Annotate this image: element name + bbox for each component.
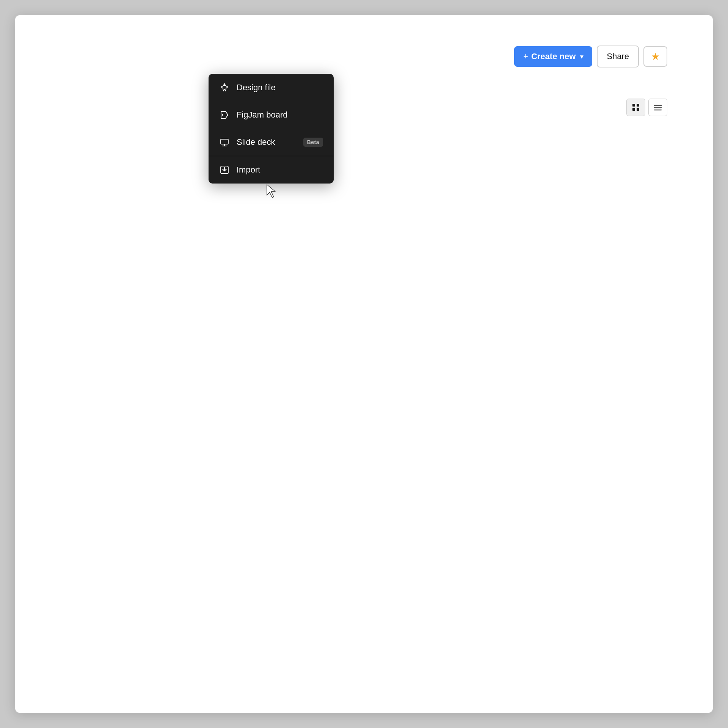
tag-icon bbox=[219, 110, 230, 120]
view-toggles bbox=[626, 99, 667, 116]
slide-deck-label: Slide deck bbox=[237, 137, 275, 147]
svg-point-9 bbox=[222, 114, 223, 116]
design-file-label: Design file bbox=[237, 83, 276, 93]
list-icon bbox=[653, 103, 662, 112]
dropdown-item-design-file[interactable]: Design file bbox=[209, 74, 334, 101]
mouse-cursor bbox=[265, 184, 278, 198]
grid-icon bbox=[631, 103, 640, 112]
figjam-board-label: FigJam board bbox=[237, 110, 288, 120]
svg-rect-0 bbox=[632, 104, 635, 107]
import-label: Import bbox=[237, 165, 260, 175]
grid-view-button[interactable] bbox=[626, 99, 645, 116]
list-view-button[interactable] bbox=[648, 99, 667, 116]
dropdown-item-import[interactable]: Import bbox=[209, 156, 334, 184]
import-icon bbox=[219, 165, 230, 175]
svg-rect-10 bbox=[221, 139, 228, 144]
dropdown-item-figjam-board[interactable]: FigJam board bbox=[209, 101, 334, 129]
svg-rect-3 bbox=[637, 108, 639, 111]
chevron-down-icon: ▾ bbox=[580, 53, 583, 60]
create-new-button[interactable]: + Create new ▾ bbox=[514, 46, 592, 67]
presentation-icon bbox=[219, 137, 230, 147]
svg-rect-2 bbox=[632, 108, 635, 111]
create-new-dropdown: Design file FigJam board S bbox=[209, 74, 334, 184]
beta-badge: Beta bbox=[303, 138, 323, 147]
dropdown-item-slide-deck[interactable]: Slide deck Beta bbox=[209, 129, 334, 156]
create-new-label: Create new bbox=[531, 52, 576, 61]
star-icon: ★ bbox=[651, 51, 660, 62]
main-window: + Create new ▾ Share ★ bbox=[15, 15, 713, 713]
plus-icon: + bbox=[523, 52, 528, 61]
star-button[interactable]: ★ bbox=[643, 46, 667, 67]
share-button[interactable]: Share bbox=[597, 46, 639, 67]
toolbar: + Create new ▾ Share ★ bbox=[514, 46, 667, 67]
svg-rect-1 bbox=[637, 104, 639, 107]
pen-tool-icon bbox=[219, 82, 230, 93]
